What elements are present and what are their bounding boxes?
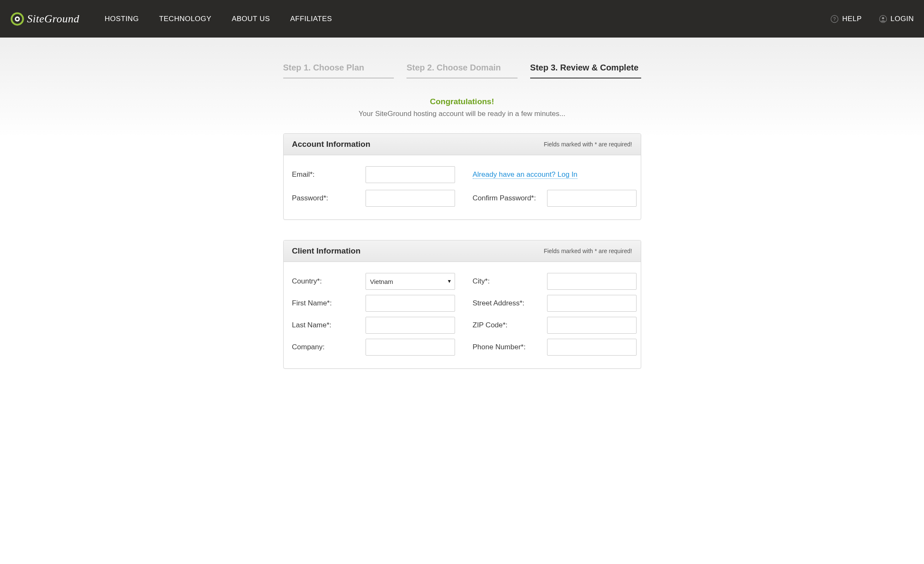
confirm-password-input[interactable] [547, 190, 637, 207]
logo[interactable]: SiteGround [10, 12, 79, 26]
password-label: Password*: [292, 194, 366, 202]
account-info-title: Account Information [292, 140, 371, 149]
nav-help-label: HELP [842, 15, 862, 23]
logo-text: SiteGround [27, 13, 79, 25]
street-label: Street Address*: [473, 299, 547, 308]
help-icon: ? [830, 15, 839, 23]
city-label: City*: [473, 277, 547, 286]
last-name-label: Last Name*: [292, 321, 366, 329]
nav-login[interactable]: LOGIN [879, 15, 914, 23]
congratulations-heading: Congratulations! [283, 97, 641, 106]
first-name-label: First Name*: [292, 299, 366, 308]
city-input[interactable] [547, 273, 637, 290]
primary-nav: HOSTING TECHNOLOGY ABOUT US AFFILIATES [105, 15, 332, 23]
svg-point-2 [16, 18, 19, 20]
secondary-nav: ? HELP LOGIN [830, 15, 914, 23]
phone-input[interactable] [547, 339, 637, 356]
confirm-password-label: Confirm Password*: [473, 194, 547, 202]
logo-mark-icon [10, 12, 24, 26]
nav-hosting[interactable]: HOSTING [105, 15, 139, 23]
user-icon [879, 15, 887, 23]
company-label: Company: [292, 343, 366, 351]
top-nav: SiteGround HOSTING TECHNOLOGY ABOUT US A… [0, 0, 924, 38]
password-input[interactable] [366, 190, 455, 207]
required-note-client: Fields marked with * are required! [544, 248, 632, 254]
country-label: Country*: [292, 277, 366, 286]
street-input[interactable] [547, 295, 637, 312]
email-label: Email*: [292, 170, 366, 179]
step-3: Step 3. Review & Complete [530, 63, 641, 78]
country-select[interactable]: Vietnam [366, 273, 455, 290]
phone-label: Phone Number*: [473, 343, 547, 351]
account-info-panel: Account Information Fields marked with *… [283, 133, 641, 220]
svg-text:?: ? [833, 16, 836, 22]
account-info-header: Account Information Fields marked with *… [284, 134, 641, 155]
nav-affiliates[interactable]: AFFILIATES [290, 15, 332, 23]
svg-point-6 [882, 17, 884, 19]
zip-label: ZIP Code*: [473, 321, 547, 329]
zip-input[interactable] [547, 317, 637, 334]
company-input[interactable] [366, 339, 455, 356]
step-2: Step 2. Choose Domain [406, 63, 518, 78]
nav-login-label: LOGIN [891, 15, 914, 23]
client-info-header: Client Information Fields marked with * … [284, 240, 641, 262]
nav-about[interactable]: ABOUT US [232, 15, 270, 23]
last-name-input[interactable] [366, 317, 455, 334]
first-name-input[interactable] [366, 295, 455, 312]
progress-steps: Step 1. Choose Plan Step 2. Choose Domai… [283, 63, 641, 78]
nav-help[interactable]: ? HELP [830, 15, 862, 23]
login-link[interactable]: Already have an account? Log In [473, 170, 578, 179]
nav-technology[interactable]: TECHNOLOGY [159, 15, 211, 23]
email-input[interactable] [366, 166, 455, 183]
congratulations-subline: Your SiteGround hosting account will be … [283, 110, 641, 118]
step-1: Step 1. Choose Plan [283, 63, 394, 78]
required-note: Fields marked with * are required! [544, 141, 632, 148]
client-info-title: Client Information [292, 246, 361, 256]
client-info-panel: Client Information Fields marked with * … [283, 240, 641, 369]
page-content: Step 1. Choose Plan Step 2. Choose Domai… [0, 38, 924, 564]
